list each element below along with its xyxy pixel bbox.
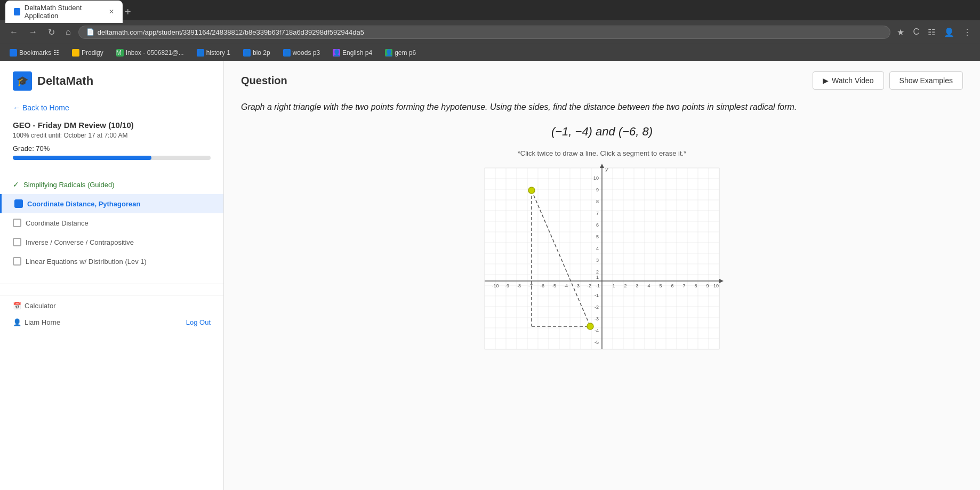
bio2p-label: bio 2p bbox=[253, 49, 270, 57]
progress-bar-container bbox=[13, 156, 211, 160]
svg-text:-3: -3 bbox=[575, 283, 580, 288]
svg-text:3: 3 bbox=[636, 283, 638, 288]
active-tab[interactable]: DeltaMath Student Application ✕ bbox=[5, 1, 123, 23]
menu-item-label: Coordinate Distance, Pythagorean bbox=[27, 200, 140, 208]
bookmarks-label: Bookmarks bbox=[19, 49, 51, 57]
user-profile-link[interactable]: 👤 Liam Horne bbox=[13, 318, 60, 326]
menu-item-coordinate-distance[interactable]: Coordinate Distance bbox=[0, 213, 223, 232]
calculator-icon: 📅 bbox=[13, 302, 21, 310]
bookmarks-grid-icon: ☷ bbox=[53, 49, 59, 57]
question-text: Graph a right triangle with the two poin… bbox=[241, 100, 963, 114]
svg-text:1: 1 bbox=[612, 283, 615, 288]
header-buttons: ▶ Watch Video Show Examples bbox=[813, 71, 963, 90]
question-coords: (−1, −4) and (−6, 8) bbox=[241, 125, 963, 139]
menu-item-label: Linear Equations w/ Distribution (Lev 1) bbox=[26, 258, 147, 266]
bio2p-icon: 👤 bbox=[243, 49, 251, 57]
svg-text:8: 8 bbox=[596, 199, 599, 204]
browser-chrome: DeltaMath Student Application ✕ + ← → ↻ … bbox=[0, 0, 980, 61]
menu-item-inverse-converse[interactable]: Inverse / Converse / Contrapositive bbox=[0, 232, 223, 252]
graph-container[interactable]: -10 -9 -8 -7 -6 -5 -4 -3 -2 -1 1 2 3 4 bbox=[241, 163, 963, 365]
new-tab-button[interactable]: + bbox=[125, 6, 131, 18]
svg-text:5: 5 bbox=[659, 283, 662, 288]
nav-icons: ★ C ☷ 👤 ⋮ bbox=[895, 26, 974, 38]
star-icon[interactable]: ★ bbox=[895, 26, 906, 38]
user-icon[interactable]: 👤 bbox=[942, 26, 957, 38]
svg-text:-3: -3 bbox=[595, 316, 599, 322]
history1-label: history 1 bbox=[206, 49, 230, 57]
incomplete-dot-icon bbox=[13, 238, 21, 246]
svg-text:2: 2 bbox=[596, 269, 599, 275]
url-bar[interactable]: 📄 deltamath.com/app/student/3391164/2483… bbox=[78, 26, 891, 39]
bookmark-prodigy[interactable]: Prodigy bbox=[69, 48, 107, 58]
svg-text:10: 10 bbox=[593, 175, 599, 181]
back-button[interactable]: ← bbox=[6, 25, 21, 39]
reload-button[interactable]: ↻ bbox=[45, 25, 58, 39]
active-dot-icon bbox=[14, 199, 23, 208]
bookmark-inbox[interactable]: M Inbox - 0506821@... bbox=[113, 48, 187, 58]
tab-bar: DeltaMath Student Application ✕ + bbox=[0, 0, 980, 20]
calculator-label: Calculator bbox=[25, 302, 56, 310]
svg-text:-5: -5 bbox=[552, 283, 556, 288]
svg-text:-7: -7 bbox=[528, 283, 533, 288]
svg-text:8: 8 bbox=[694, 283, 697, 288]
nav-bar: ← → ↻ ⌂ 📄 deltamath.com/app/student/3391… bbox=[0, 20, 980, 44]
svg-text:4: 4 bbox=[647, 283, 650, 288]
sidebar: 🎓 DeltaMath ← Back to Home GEO - Friday … bbox=[0, 61, 224, 490]
back-to-home-link[interactable]: ← Back to Home bbox=[0, 99, 223, 121]
calculator-link[interactable]: 📅 Calculator bbox=[13, 302, 56, 310]
gemp6-icon: 👤 bbox=[385, 49, 392, 57]
menu-item-label: Coordinate Distance bbox=[26, 219, 89, 227]
bookmark-history1[interactable]: 👤 history 1 bbox=[194, 48, 234, 58]
menu-item-linear-equations[interactable]: Linear Equations w/ Distribution (Lev 1) bbox=[0, 252, 223, 271]
svg-text:-9: -9 bbox=[505, 283, 509, 288]
extensions-icon[interactable]: ☷ bbox=[926, 26, 937, 38]
bookmark-gemp6[interactable]: 👤 gem p6 bbox=[382, 48, 419, 58]
point-1[interactable] bbox=[528, 187, 535, 194]
point-2[interactable] bbox=[587, 323, 593, 330]
home-button[interactable]: ⌂ bbox=[62, 25, 74, 39]
svg-text:7: 7 bbox=[596, 211, 599, 216]
svg-text:-4: -4 bbox=[595, 328, 599, 333]
menu-item-coordinate-distance-pythagorean[interactable]: Coordinate Distance, Pythagorean bbox=[0, 194, 223, 213]
tab-close-button[interactable]: ✕ bbox=[109, 8, 114, 15]
question-header: Question ▶ Watch Video Show Examples bbox=[241, 71, 963, 90]
incomplete-dot-icon bbox=[13, 257, 21, 266]
logo-text: DeltaMath bbox=[37, 74, 93, 88]
svg-text:-4: -4 bbox=[564, 283, 568, 288]
show-examples-button[interactable]: Show Examples bbox=[889, 71, 963, 90]
svg-text:-10: -10 bbox=[492, 283, 499, 288]
svg-text:-2: -2 bbox=[595, 304, 599, 310]
menu-item-simplifying-radicals[interactable]: ✓ Simplifying Radicals (Guided) bbox=[0, 175, 223, 194]
cast-icon[interactable]: C bbox=[911, 26, 921, 38]
bookmarks-manager[interactable]: Bookmarks ☷ bbox=[6, 48, 62, 58]
history1-icon: 👤 bbox=[197, 49, 204, 57]
menu-item-label: Simplifying Radicals (Guided) bbox=[23, 181, 115, 189]
svg-text:2: 2 bbox=[624, 283, 626, 288]
svg-text:-1: -1 bbox=[595, 293, 599, 298]
svg-text:5: 5 bbox=[596, 234, 599, 239]
coordinate-graph[interactable]: -10 -9 -8 -7 -6 -5 -4 -3 -2 -1 1 2 3 4 bbox=[469, 163, 735, 365]
bookmark-woodsp3[interactable]: 👤 woods p3 bbox=[280, 48, 323, 58]
prodigy-label: Prodigy bbox=[82, 49, 103, 57]
logo-icon: 🎓 bbox=[13, 71, 32, 91]
svg-marker-40 bbox=[719, 279, 724, 283]
watch-video-button[interactable]: ▶ Watch Video bbox=[813, 71, 884, 90]
assignment-info: GEO - Friday DM Review (10/10) 100% cred… bbox=[0, 121, 223, 175]
woodsp3-label: woods p3 bbox=[293, 49, 320, 57]
graph-wrapper[interactable]: -10 -9 -8 -7 -6 -5 -4 -3 -2 -1 1 2 3 4 bbox=[469, 163, 735, 365]
forward-button[interactable]: → bbox=[26, 25, 41, 39]
sidebar-footer: 📅 Calculator bbox=[0, 295, 223, 316]
inbox-label: Inbox - 0506821@... bbox=[126, 49, 184, 57]
assignment-credit: 100% credit until: October 17 at 7:00 AM bbox=[13, 132, 211, 139]
bookmarks-bar: Bookmarks ☷ Prodigy M Inbox - 0506821@..… bbox=[0, 44, 980, 61]
menu-icon[interactable]: ⋮ bbox=[961, 26, 974, 38]
secure-icon: 📄 bbox=[86, 28, 94, 36]
bookmark-englishp4[interactable]: 👤 English p4 bbox=[330, 48, 375, 58]
url-text: deltamath.com/app/student/3391164/248388… bbox=[98, 28, 364, 36]
content-area: Question ▶ Watch Video Show Examples Gra… bbox=[224, 61, 980, 490]
svg-text:-5: -5 bbox=[595, 340, 599, 345]
logout-link[interactable]: Log Out bbox=[186, 318, 211, 326]
svg-text:9: 9 bbox=[596, 187, 599, 192]
bookmark-bio2p[interactable]: 👤 bio 2p bbox=[240, 48, 274, 58]
svg-text:10: 10 bbox=[713, 283, 719, 288]
